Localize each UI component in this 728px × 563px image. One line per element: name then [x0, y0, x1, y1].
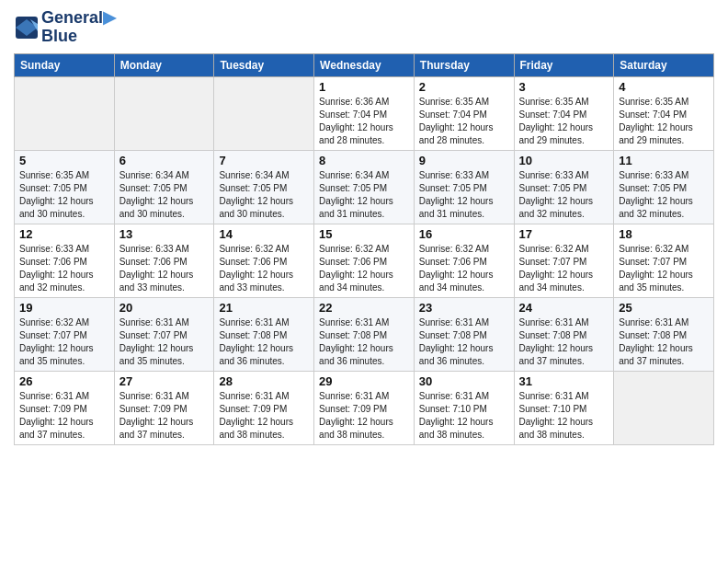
- calendar-cell: 10Sunrise: 6:33 AM Sunset: 7:05 PM Dayli…: [514, 150, 614, 224]
- cell-day-number: 28: [219, 374, 309, 388]
- weekday-header-tuesday: Tuesday: [214, 53, 314, 76]
- calendar-cell: 27Sunrise: 6:31 AM Sunset: 7:09 PM Dayli…: [114, 371, 214, 444]
- cell-info-text: Sunrise: 6:33 AM Sunset: 7:05 PM Dayligh…: [519, 169, 609, 221]
- cell-info-text: Sunrise: 6:32 AM Sunset: 7:06 PM Dayligh…: [319, 243, 409, 294]
- cell-day-number: 20: [119, 301, 210, 315]
- weekday-header-wednesday: Wednesday: [314, 53, 415, 76]
- calendar-cell: 24Sunrise: 6:31 AM Sunset: 7:08 PM Dayli…: [514, 297, 614, 371]
- cell-day-number: 1: [319, 80, 409, 94]
- cell-day-number: 4: [619, 80, 709, 94]
- calendar-cell: 28Sunrise: 6:31 AM Sunset: 7:09 PM Dayli…: [214, 371, 314, 444]
- calendar-cell: [214, 76, 314, 150]
- cell-day-number: 21: [219, 301, 309, 315]
- cell-day-number: 17: [519, 227, 609, 241]
- cell-info-text: Sunrise: 6:31 AM Sunset: 7:08 PM Dayligh…: [519, 316, 609, 368]
- weekday-header-monday: Monday: [114, 53, 214, 76]
- cell-day-number: 11: [619, 154, 709, 167]
- cell-day-number: 29: [319, 374, 409, 388]
- calendar-cell: 21Sunrise: 6:31 AM Sunset: 7:08 PM Dayli…: [214, 297, 314, 371]
- cell-day-number: 25: [619, 301, 709, 315]
- logo-icon: [14, 15, 40, 40]
- cell-day-number: 24: [519, 301, 609, 315]
- cell-info-text: Sunrise: 6:34 AM Sunset: 7:05 PM Dayligh…: [219, 169, 309, 221]
- calendar-week-row: 12Sunrise: 6:33 AM Sunset: 7:06 PM Dayli…: [15, 224, 714, 297]
- calendar-cell: 7Sunrise: 6:34 AM Sunset: 7:05 PM Daylig…: [214, 150, 314, 224]
- cell-day-number: 13: [119, 227, 210, 241]
- calendar-cell: 26Sunrise: 6:31 AM Sunset: 7:09 PM Dayli…: [15, 371, 115, 444]
- cell-info-text: Sunrise: 6:31 AM Sunset: 7:08 PM Dayligh…: [419, 316, 509, 368]
- calendar-cell: 11Sunrise: 6:33 AM Sunset: 7:05 PM Dayli…: [614, 150, 714, 224]
- calendar-cell: 6Sunrise: 6:34 AM Sunset: 7:05 PM Daylig…: [114, 150, 214, 224]
- calendar-cell: 15Sunrise: 6:32 AM Sunset: 7:06 PM Dayli…: [314, 224, 415, 297]
- calendar-cell: [15, 76, 115, 150]
- cell-day-number: 15: [319, 227, 409, 241]
- cell-info-text: Sunrise: 6:32 AM Sunset: 7:06 PM Dayligh…: [419, 243, 509, 294]
- calendar-week-row: 26Sunrise: 6:31 AM Sunset: 7:09 PM Dayli…: [15, 371, 714, 444]
- calendar-week-row: 5Sunrise: 6:35 AM Sunset: 7:05 PM Daylig…: [15, 150, 714, 224]
- cell-info-text: Sunrise: 6:34 AM Sunset: 7:05 PM Dayligh…: [119, 169, 210, 221]
- cell-info-text: Sunrise: 6:32 AM Sunset: 7:07 PM Dayligh…: [519, 243, 609, 294]
- calendar-cell: 14Sunrise: 6:32 AM Sunset: 7:06 PM Dayli…: [214, 224, 314, 297]
- weekday-header-friday: Friday: [514, 53, 614, 76]
- cell-info-text: Sunrise: 6:31 AM Sunset: 7:09 PM Dayligh…: [219, 390, 309, 442]
- cell-info-text: Sunrise: 6:31 AM Sunset: 7:07 PM Dayligh…: [119, 316, 210, 368]
- cell-info-text: Sunrise: 6:33 AM Sunset: 7:05 PM Dayligh…: [419, 169, 509, 221]
- cell-info-text: Sunrise: 6:35 AM Sunset: 7:04 PM Dayligh…: [619, 96, 709, 147]
- calendar-cell: 3Sunrise: 6:35 AM Sunset: 7:04 PM Daylig…: [514, 76, 614, 150]
- cell-info-text: Sunrise: 6:33 AM Sunset: 7:05 PM Dayligh…: [619, 169, 709, 221]
- calendar-cell: 8Sunrise: 6:34 AM Sunset: 7:05 PM Daylig…: [314, 150, 415, 224]
- cell-info-text: Sunrise: 6:35 AM Sunset: 7:04 PM Dayligh…: [519, 96, 609, 147]
- cell-info-text: Sunrise: 6:31 AM Sunset: 7:09 PM Dayligh…: [19, 390, 109, 442]
- calendar-cell: 25Sunrise: 6:31 AM Sunset: 7:08 PM Dayli…: [614, 297, 714, 371]
- cell-day-number: 2: [419, 80, 509, 94]
- calendar-cell: [614, 371, 714, 444]
- cell-info-text: Sunrise: 6:32 AM Sunset: 7:06 PM Dayligh…: [219, 243, 309, 294]
- cell-info-text: Sunrise: 6:33 AM Sunset: 7:06 PM Dayligh…: [119, 243, 210, 294]
- cell-info-text: Sunrise: 6:31 AM Sunset: 7:08 PM Dayligh…: [619, 316, 709, 368]
- calendar-cell: 16Sunrise: 6:32 AM Sunset: 7:06 PM Dayli…: [414, 224, 514, 297]
- page: General▶ Blue SundayMondayTuesdayWednesd…: [0, 0, 728, 563]
- cell-day-number: 3: [519, 80, 609, 94]
- cell-day-number: 22: [319, 301, 409, 315]
- calendar-cell: [114, 76, 214, 150]
- calendar-cell: 4Sunrise: 6:35 AM Sunset: 7:04 PM Daylig…: [614, 76, 714, 150]
- calendar-cell: 29Sunrise: 6:31 AM Sunset: 7:09 PM Dayli…: [314, 371, 415, 444]
- calendar-cell: 31Sunrise: 6:31 AM Sunset: 7:10 PM Dayli…: [514, 371, 614, 444]
- cell-day-number: 23: [419, 301, 509, 315]
- cell-day-number: 5: [19, 154, 109, 167]
- cell-day-number: 18: [619, 227, 709, 241]
- cell-info-text: Sunrise: 6:36 AM Sunset: 7:04 PM Dayligh…: [319, 96, 409, 147]
- cell-day-number: 30: [419, 374, 509, 388]
- cell-info-text: Sunrise: 6:32 AM Sunset: 7:07 PM Dayligh…: [619, 243, 709, 294]
- cell-day-number: 9: [419, 154, 509, 167]
- weekday-header-saturday: Saturday: [614, 53, 714, 76]
- cell-info-text: Sunrise: 6:32 AM Sunset: 7:07 PM Dayligh…: [19, 316, 109, 368]
- calendar-cell: 23Sunrise: 6:31 AM Sunset: 7:08 PM Dayli…: [414, 297, 514, 371]
- calendar-cell: 12Sunrise: 6:33 AM Sunset: 7:06 PM Dayli…: [15, 224, 115, 297]
- cell-info-text: Sunrise: 6:34 AM Sunset: 7:05 PM Dayligh…: [319, 169, 409, 221]
- cell-day-number: 8: [319, 154, 409, 167]
- logo-text: General▶ Blue: [41, 9, 116, 46]
- calendar-week-row: 1Sunrise: 6:36 AM Sunset: 7:04 PM Daylig…: [15, 76, 714, 150]
- cell-day-number: 12: [19, 227, 109, 241]
- weekday-header-thursday: Thursday: [414, 53, 514, 76]
- calendar-week-row: 19Sunrise: 6:32 AM Sunset: 7:07 PM Dayli…: [15, 297, 714, 371]
- cell-info-text: Sunrise: 6:31 AM Sunset: 7:08 PM Dayligh…: [319, 316, 409, 368]
- calendar-cell: 20Sunrise: 6:31 AM Sunset: 7:07 PM Dayli…: [114, 297, 214, 371]
- cell-info-text: Sunrise: 6:35 AM Sunset: 7:05 PM Dayligh…: [19, 169, 109, 221]
- cell-info-text: Sunrise: 6:35 AM Sunset: 7:04 PM Dayligh…: [419, 96, 509, 147]
- cell-info-text: Sunrise: 6:33 AM Sunset: 7:06 PM Dayligh…: [19, 243, 109, 294]
- cell-day-number: 6: [119, 154, 210, 167]
- header: General▶ Blue: [14, 9, 714, 46]
- cell-day-number: 27: [119, 374, 210, 388]
- cell-info-text: Sunrise: 6:31 AM Sunset: 7:08 PM Dayligh…: [219, 316, 309, 368]
- cell-info-text: Sunrise: 6:31 AM Sunset: 7:10 PM Dayligh…: [519, 390, 609, 442]
- cell-info-text: Sunrise: 6:31 AM Sunset: 7:09 PM Dayligh…: [119, 390, 210, 442]
- calendar-cell: 18Sunrise: 6:32 AM Sunset: 7:07 PM Dayli…: [614, 224, 714, 297]
- calendar-cell: 9Sunrise: 6:33 AM Sunset: 7:05 PM Daylig…: [414, 150, 514, 224]
- logo: General▶ Blue: [14, 9, 116, 46]
- weekday-header-sunday: Sunday: [15, 53, 115, 76]
- calendar-cell: 13Sunrise: 6:33 AM Sunset: 7:06 PM Dayli…: [114, 224, 214, 297]
- calendar-cell: 1Sunrise: 6:36 AM Sunset: 7:04 PM Daylig…: [314, 76, 415, 150]
- weekday-header-row: SundayMondayTuesdayWednesdayThursdayFrid…: [15, 53, 714, 76]
